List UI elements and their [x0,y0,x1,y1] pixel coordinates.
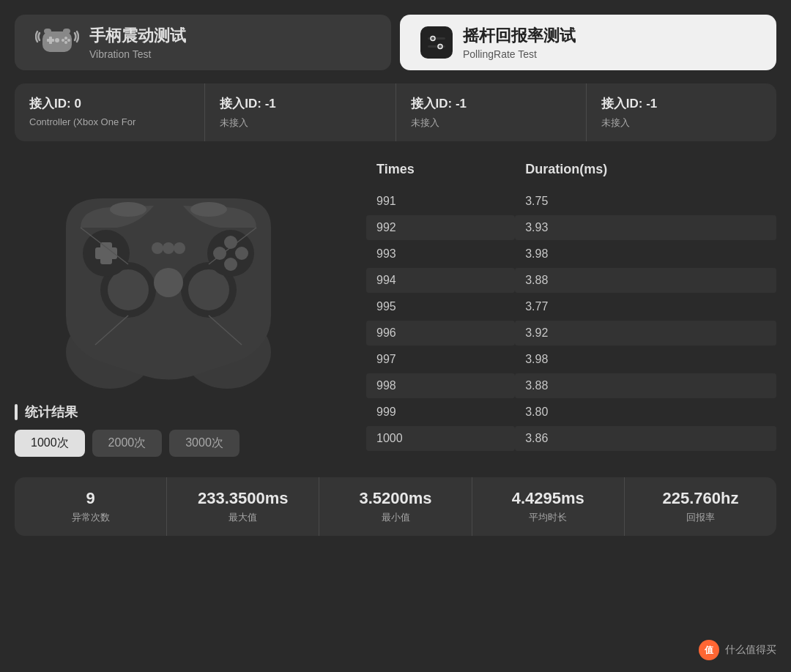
vibration-tab-en: Vibration Test [89,48,186,60]
cell-times: 991 [366,189,515,214]
controller-visual [15,162,322,396]
cell-times: 999 [366,400,515,425]
cell-duration: 3.92 [515,321,776,346]
controller-3-id: 接入ID: -1 [601,95,762,112]
tab-bar: 手柄震动测试 Vibration Test 摇杆回报率测试 PollingRat… [15,15,776,70]
stat-min: 3.5200ms 最小值 [319,477,472,536]
count-3000-button[interactable]: 3000次 [169,430,239,457]
table-row: 9953.77 [366,294,776,319]
cell-times: 992 [366,215,515,240]
watermark-icon-text: 值 [705,644,713,657]
svg-point-4 [67,39,70,42]
stat-anomalies: 9 异常次数 [15,477,167,536]
svg-point-27 [224,258,237,271]
stat-anomalies-label: 异常次数 [25,511,156,524]
watermark: 值 什么值得买 [699,640,776,660]
cell-times: 1000 [366,426,515,451]
table-row: 9943.88 [366,268,776,293]
cell-duration: 3.88 [515,373,776,398]
watermark-text: 什么值得买 [725,643,776,657]
cell-duration: 3.93 [515,215,776,240]
table-row: 9973.98 [366,347,776,372]
cell-times: 996 [366,321,515,346]
stat-polling: 225.760hz 回报率 [625,477,776,536]
svg-point-19 [188,269,229,310]
watermark-icon: 值 [699,640,719,660]
svg-point-28 [152,242,163,254]
table-row: 9963.92 [366,321,776,346]
polling-tab-en: PollingRate Test [463,48,576,60]
table-row: 10003.86 [366,426,776,451]
stat-min-label: 最小值 [330,511,461,524]
main-content: 统计结果 1000次 2000次 3000次 Times Duration(ms… [15,154,776,464]
svg-point-6 [62,39,64,42]
stat-max-label: 最大值 [177,511,308,524]
cell-times: 993 [366,242,515,266]
table-row: 9983.88 [366,373,776,398]
controller-3-sub: 未接入 [601,116,762,130]
cell-duration: 3.88 [515,268,776,293]
controller-1-id: 接入ID: -1 [220,95,380,112]
svg-point-30 [174,242,185,254]
controller-1[interactable]: 接入ID: -1 未接入 [205,83,396,141]
col-times-header: Times [366,156,515,187]
svg-point-18 [108,269,149,310]
cell-duration: 3.98 [515,347,776,372]
svg-point-31 [154,268,183,297]
count-buttons: 1000次 2000次 3000次 [15,430,239,457]
svg-point-26 [235,247,248,260]
stats-bar: 9 异常次数 233.3500ms 最大值 3.5200ms 最小值 4.429… [15,477,776,536]
controller-1-sub: 未接入 [220,116,380,130]
stat-avg-label: 平均时长 [483,511,614,524]
controller-0[interactable]: 接入ID: 0 Controller (Xbox One For [15,83,205,141]
cell-duration: 3.86 [515,426,776,451]
svg-rect-2 [49,37,52,44]
table-row: 9923.93 [366,215,776,240]
stat-anomalies-value: 9 [25,489,156,508]
col-duration-header: Duration(ms) [515,156,776,187]
svg-point-3 [64,37,67,40]
controller-0-sub: Controller (Xbox One For [29,116,190,127]
controller-2[interactable]: 接入ID: -1 未接入 [396,83,587,141]
gamepad-icon [35,26,79,59]
controller-id-bar: 接入ID: 0 Controller (Xbox One For 接入ID: -… [15,83,776,141]
controller-3[interactable]: 接入ID: -1 未接入 [587,83,776,141]
svg-point-37 [190,202,227,217]
stat-polling-value: 225.760hz [635,489,766,508]
controller-0-id: 接入ID: 0 [29,95,190,112]
data-table: Times Duration(ms) 9913.759923.939933.98… [366,154,776,452]
svg-point-29 [163,242,174,254]
stat-max-value: 233.3500ms [177,489,308,508]
svg-point-5 [64,41,67,44]
cell-duration: 3.75 [515,189,776,214]
polling-tab-cn: 摇杆回报率测试 [463,25,576,47]
count-1000-button[interactable]: 1000次 [15,430,85,457]
cell-times: 995 [366,294,515,319]
polling-tab-text: 摇杆回报率测试 PollingRate Test [463,25,576,60]
cell-times: 994 [366,268,515,293]
data-section: Times Duration(ms) 9913.759923.939933.98… [352,154,776,464]
stat-polling-label: 回报率 [635,511,766,524]
svg-rect-8 [44,29,51,34]
svg-point-7 [55,38,59,42]
cell-times: 997 [366,347,515,372]
cell-duration: 3.77 [515,294,776,319]
stat-min-value: 3.5200ms [330,489,461,508]
count-2000-button[interactable]: 2000次 [92,430,163,457]
cell-duration: 3.80 [515,400,776,425]
table-row: 9993.80 [366,400,776,425]
table-row: 9933.98 [366,242,776,266]
tab-polling[interactable]: 摇杆回报率测试 PollingRate Test [400,15,776,70]
svg-point-36 [110,202,146,217]
table-row: 9913.75 [366,189,776,214]
svg-point-25 [213,247,226,260]
controller-2-id: 接入ID: -1 [411,95,571,112]
stats-label-bar [15,404,18,420]
cell-times: 998 [366,373,515,398]
polling-icon [420,26,453,59]
vibration-tab-text: 手柄震动测试 Vibration Test [89,25,186,60]
svg-rect-9 [63,29,70,34]
tab-vibration[interactable]: 手柄震动测试 Vibration Test [15,15,391,70]
stat-avg: 4.4295ms 平均时长 [472,477,625,536]
cell-duration: 3.98 [515,242,776,266]
